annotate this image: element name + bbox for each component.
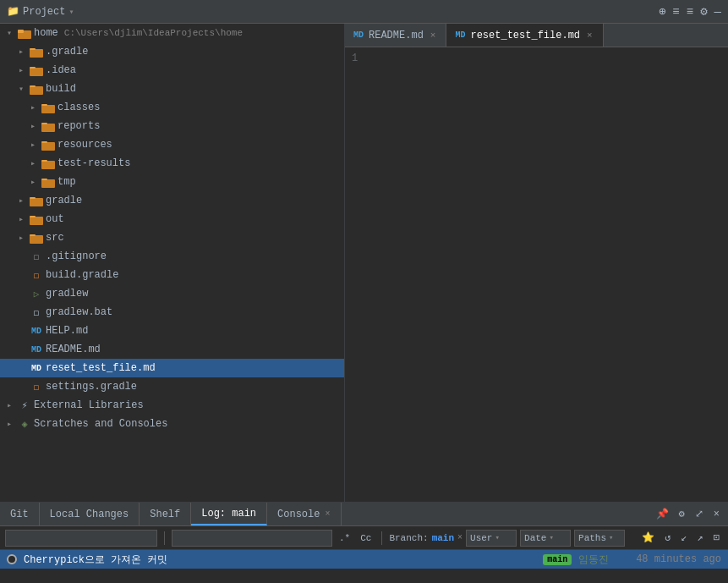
user-dropdown-label: User [470, 533, 492, 543]
console-tab-close[interactable]: × [325, 509, 330, 519]
fetch-icon[interactable]: ↙ [677, 530, 690, 546]
svg-rect-12 [41, 123, 47, 124]
test-results-label: test-results [57, 157, 130, 169]
tab-readme[interactable]: MD README.md × [345, 24, 446, 47]
tab-log-main[interactable]: Log: main [191, 503, 267, 525]
svg-rect-7 [30, 86, 43, 95]
tree-item-build-gradle[interactable]: ◻ build.gradle [0, 266, 344, 284]
tree-item-classes[interactable]: classes [0, 98, 344, 117]
editor-content[interactable] [368, 51, 721, 498]
chevron-classes [27, 102, 39, 113]
tmp-label: tmp [57, 176, 76, 188]
paths-dropdown[interactable]: Paths ▾ [574, 530, 625, 547]
chevron-resources [27, 140, 39, 150]
settings-icon[interactable]: ⚙ [700, 4, 707, 19]
tree-item-external-libraries[interactable]: ⚡ External Libraries [0, 396, 344, 415]
pin-icon[interactable]: 📌 [653, 506, 672, 522]
log-main-tab-label: Log: main [201, 508, 256, 520]
tree-item-out[interactable]: out [0, 210, 344, 228]
tree-item-idea[interactable]: .idea [0, 61, 344, 80]
chevron-tmp [27, 177, 39, 187]
date-dropdown[interactable]: Date ▾ [520, 530, 571, 547]
tree-item-reports[interactable]: reports [0, 117, 344, 135]
case-icon[interactable]: Cc [357, 531, 375, 545]
tree-item-gradle2[interactable]: gradle [0, 191, 344, 210]
tree-item-gitignore[interactable]: ◻ .gitignore [0, 247, 344, 266]
chevron-out [15, 214, 27, 224]
tree-item-gradle[interactable]: .gradle [0, 42, 344, 61]
user-dropdown[interactable]: User ▾ [466, 530, 517, 547]
tab-console[interactable]: Console × [267, 503, 341, 525]
chevron-ext-libs [3, 400, 15, 410]
branch-icon[interactable]: ⊡ [710, 530, 723, 546]
user-dropdown-arrow: ▾ [495, 533, 499, 542]
commit-filter-input[interactable] [172, 530, 332, 547]
line-numbers: 1 [352, 51, 368, 498]
tab-readme-close[interactable]: × [429, 30, 438, 41]
commit-search-input[interactable] [5, 530, 157, 547]
separator-1 [164, 531, 165, 545]
tree-item-readme-md[interactable]: MD README.md [0, 340, 344, 359]
commit-list-area: Cherrypick으로 가져온 커밋 main 임동진 48 minutes … [0, 550, 728, 583]
tree-item-test-results[interactable]: test-results [0, 154, 344, 173]
collapse-icon[interactable]: ≡ [687, 5, 693, 19]
expand-icon[interactable]: ⤢ [692, 506, 707, 522]
push-icon[interactable]: ↗ [694, 530, 707, 546]
file-help-md-icon: MD [30, 325, 43, 337]
svg-rect-13 [41, 142, 55, 151]
tab-reset[interactable]: MD reset_test_file.md × [446, 24, 603, 47]
svg-rect-4 [30, 48, 36, 50]
svg-rect-22 [30, 216, 36, 217]
svg-rect-18 [41, 179, 47, 180]
commit-row-head[interactable]: Cherrypick으로 가져온 커밋 main 임동진 48 minutes … [0, 550, 728, 569]
tab-git[interactable]: Git [0, 503, 40, 525]
add-icon[interactable]: ⊕ [659, 4, 665, 19]
folder-tmp-icon [41, 177, 55, 188]
project-dropdown-arrow[interactable]: ▾ [68, 7, 74, 17]
tree-item-build[interactable]: build [0, 80, 344, 98]
tree-item-home[interactable]: home C:\Users\djlim\IdeaProjects\home [0, 24, 344, 42]
home-label: home [34, 27, 58, 39]
regex-icon[interactable]: .* [336, 531, 353, 545]
settings-gradle-label: settings.gradle [46, 381, 137, 393]
close-bottom-icon[interactable]: × [710, 507, 723, 522]
folder-idea-icon [30, 65, 43, 76]
tree-item-settings-gradle[interactable]: ◻ settings.gradle [0, 377, 344, 396]
file-reset-icon: MD [30, 362, 43, 374]
folder-gradle-icon [30, 47, 43, 58]
home-path: C:\Users\djlim\IdeaProjects\home [64, 28, 243, 38]
tree-item-scratches[interactable]: ◈ Scratches and Consoles [0, 415, 344, 433]
tab-local-changes[interactable]: Local Changes [40, 503, 140, 525]
project-label: Project [23, 6, 65, 18]
tree-item-tmp[interactable]: tmp [0, 173, 344, 191]
gradlew-label: gradlew [46, 288, 88, 300]
folder-out-icon [30, 214, 43, 225]
tree-item-gradlew-bat[interactable]: ◻ gradlew.bat [0, 303, 344, 322]
gear-settings-icon[interactable]: ⚙ [676, 506, 688, 522]
svg-rect-19 [30, 198, 43, 206]
chevron-scratches [3, 419, 15, 429]
minimize-icon[interactable]: — [714, 5, 721, 19]
chevron-src [15, 233, 27, 243]
top-bar-actions: ⊕ ≡ ≡ ⚙ — [659, 4, 721, 19]
favorite-icon[interactable]: ⭐ [638, 530, 658, 546]
editor-tabs: MD README.md × MD reset_test_file.md × [345, 24, 728, 47]
chevron-idea [15, 65, 27, 75]
tab-shelf[interactable]: Shelf [140, 503, 191, 525]
tree-item-resources[interactable]: resources [0, 135, 344, 154]
project-title: 📁 Project ▾ [7, 5, 74, 18]
refresh-icon[interactable]: ↺ [661, 530, 674, 546]
tree-item-reset-test-file[interactable]: MD reset_test_file.md [0, 359, 344, 377]
branch-filter-close[interactable]: × [457, 533, 463, 542]
svg-rect-20 [30, 197, 36, 199]
tree-item-gradlew[interactable]: ▷ gradlew [0, 284, 344, 303]
tree-item-help-md[interactable]: MD HELP.md [0, 322, 344, 340]
sort-icon[interactable]: ≡ [672, 5, 679, 19]
chevron-gradle [15, 47, 27, 57]
main-content: home C:\Users\djlim\IdeaProjects\home .g… [0, 24, 728, 502]
tree-item-src[interactable]: src [0, 228, 344, 247]
svg-rect-5 [30, 68, 43, 76]
branch-filter-label: Branch: [389, 533, 428, 543]
tab-reset-close[interactable]: × [585, 30, 594, 41]
project-sidebar: home C:\Users\djlim\IdeaProjects\home .g… [0, 24, 345, 502]
